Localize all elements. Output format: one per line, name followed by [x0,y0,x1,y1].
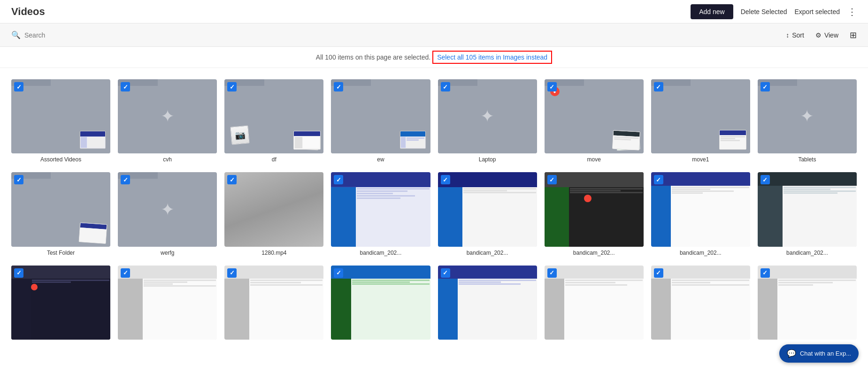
grid-item-df[interactable]: 📷 df [224,79,323,163]
grid-item-bandicam2[interactable]: bandicam_202... [438,172,537,256]
search-icon: 🔍 [11,30,21,39]
checkbox-1280mp4[interactable] [227,175,237,184]
grid-item-move1[interactable]: move1 [651,79,750,163]
checkbox-tablets[interactable] [760,82,770,91]
checkbox-r3-4[interactable] [334,268,343,278]
item-label-bandicam1: bandicam_202... [331,250,430,256]
item-label-tablets: Tablets [758,156,857,163]
grid-item-werfg[interactable]: ✦ werfg [118,172,217,256]
checkbox-r3-7[interactable] [654,268,663,278]
item-label-bandicam2: bandicam_202... [438,250,537,256]
grid-row-3 [11,266,857,342]
grid-row-1: Assorted Videos ✦ cvh [11,79,857,163]
delete-selected-button[interactable]: Delete Selected [741,8,787,15]
grid-item-1280mp4[interactable]: 1280.mp4 [224,172,323,256]
grid-item-bandicam3[interactable]: bandicam_202... [545,172,644,256]
selection-message: All 100 items on this page are selected. [316,53,430,61]
grid-view-icon[interactable]: ⊞ [850,30,857,40]
item-label-werfg: werfg [118,250,217,256]
search-actions: ↕ Sort ⚙ View ⊞ [786,30,857,40]
grid-item-r3-7[interactable] [651,266,750,342]
item-label-cvh: cvh [118,156,217,163]
grid-item-r3-8[interactable] [758,266,857,342]
checkbox-bandicam4[interactable] [654,175,663,184]
grid-item-bandicam5[interactable]: bandicam_202... [758,172,857,256]
header: Videos Add new Delete Selected Export se… [0,0,868,23]
checkbox-r3-6[interactable] [547,268,557,278]
item-label-assorted-videos: Assorted Videos [11,156,110,163]
checkbox-r3-3[interactable] [227,268,237,278]
checkbox-ew[interactable] [334,82,343,91]
checkbox-laptop[interactable] [441,82,450,91]
header-actions: Add new Delete Selected Export selected … [691,4,857,19]
checkbox-r3-2[interactable] [121,268,130,278]
content-area: Assorted Videos ✦ cvh [0,68,868,354]
add-new-button[interactable]: Add new [691,4,733,19]
item-label-laptop: Laptop [438,156,537,163]
item-label-bandicam4: bandicam_202... [651,250,750,256]
item-label-ew: ew [331,156,430,163]
grid-item-laptop[interactable]: ✦ Laptop [438,79,537,163]
checkbox-cvh[interactable] [121,82,130,91]
selection-banner: All 100 items on this page are selected.… [0,47,868,68]
chat-icon: 💬 [787,349,796,354]
grid-item-r3-2[interactable] [118,266,217,342]
sort-icon: ↕ [786,31,789,39]
item-label-test-folder: Test Folder [11,250,110,256]
item-label-move: move [545,156,644,163]
checkbox-assorted-videos[interactable] [14,82,23,91]
grid-item-assorted-videos[interactable]: Assorted Videos [11,79,110,163]
item-label-df: df [224,156,323,163]
grid-item-move[interactable]: ● move [545,79,644,163]
checkbox-werfg[interactable] [121,175,130,184]
item-label-bandicam3: bandicam_202... [545,250,644,256]
checkbox-r3-8[interactable] [760,268,770,278]
item-label-bandicam5: bandicam_202... [758,250,857,256]
item-label-move1: move1 [651,156,750,163]
grid-item-r3-6[interactable] [545,266,644,342]
grid-item-r3-1[interactable] [11,266,110,342]
view-icon: ⚙ [815,31,822,39]
view-button[interactable]: ⚙ View [815,31,838,39]
grid-item-cvh[interactable]: ✦ cvh [118,79,217,163]
select-all-link[interactable]: Select all 105 items in Images instead [432,51,552,64]
search-bar: 🔍 ↕ Sort ⚙ View ⊞ [0,23,868,47]
checkbox-bandicam5[interactable] [760,175,770,184]
grid-item-bandicam1[interactable]: bandicam_202... [331,172,430,256]
export-selected-button[interactable]: Export selected [795,8,840,15]
chat-label: Chat with an Exp... [800,350,851,354]
grid-item-r3-5[interactable] [438,266,537,342]
checkbox-r3-5[interactable] [441,268,450,278]
checkbox-bandicam3[interactable] [547,175,557,184]
grid-item-ew[interactable]: ew [331,79,430,163]
grid-item-test-folder[interactable]: Test Folder [11,172,110,256]
grid-row-2: Test Folder ✦ werfg 1280.mp4 [11,172,857,256]
checkbox-r3-1[interactable] [14,268,23,278]
grid-item-r3-3[interactable] [224,266,323,342]
checkbox-bandicam2[interactable] [441,175,450,184]
grid-item-bandicam4[interactable]: bandicam_202... [651,172,750,256]
chat-bubble[interactable]: 💬 Chat with an Exp... [779,344,859,354]
grid-item-r3-4[interactable] [331,266,430,342]
checkbox-test-folder[interactable] [14,175,23,184]
grid-item-tablets[interactable]: ✦ Tablets [758,79,857,163]
sort-button[interactable]: ↕ Sort [786,31,804,39]
item-label-1280mp4: 1280.mp4 [224,250,323,256]
checkbox-move[interactable] [547,82,557,91]
page-title: Videos [11,6,691,18]
search-input[interactable] [24,31,782,39]
checkbox-df[interactable] [227,82,237,91]
more-options-icon[interactable]: ⋮ [847,6,857,17]
checkbox-bandicam1[interactable] [334,175,343,184]
checkbox-move1[interactable] [654,82,663,91]
